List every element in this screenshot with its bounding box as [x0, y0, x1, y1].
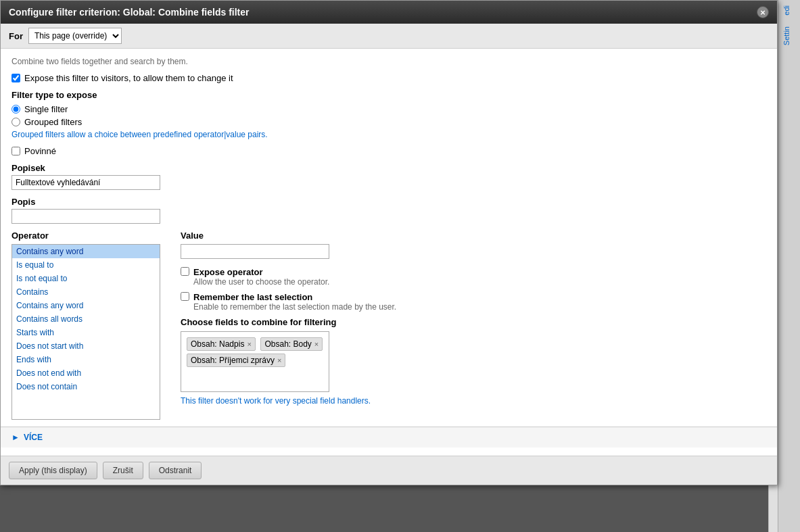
list-item[interactable]: Starts with	[12, 326, 160, 339]
list-item[interactable]: Contains all words	[12, 312, 160, 326]
sidebar-tab-edit[interactable]: edi	[778, 0, 795, 21]
operator-value-section: Operator Contains any word Is equal to I…	[11, 231, 766, 420]
expose-operator-row: Expose operator Allow the user to choose…	[181, 267, 766, 287]
grouped-filter-row: Grouped filters	[11, 117, 766, 127]
filter-type-title: Filter type to expose	[11, 90, 766, 100]
field-tag-prijemci-label: Obsah: Příjemci zprávy	[191, 356, 275, 365]
list-item[interactable]: Does not end with	[12, 366, 160, 380]
grouped-filter-label: Grouped filters	[24, 117, 82, 127]
vice-section: ► VÍCE	[1, 427, 777, 448]
vice-arrow-icon: ►	[11, 433, 20, 442]
grouped-filter-radio[interactable]	[11, 118, 20, 126]
field-tag-nadpis: Obsah: Nadpis ×	[187, 337, 256, 351]
for-select[interactable]: This page (override)	[28, 28, 122, 44]
sidebar-tab-settings[interactable]: Settin	[778, 21, 795, 51]
list-item[interactable]: Is not equal to	[12, 272, 160, 285]
for-label: For	[9, 31, 23, 41]
single-filter-label: Single filter	[24, 104, 68, 114]
remember-selection-desc: Enable to remember the last selection ma…	[193, 302, 396, 312]
expose-operator-text: Expose operator Allow the user to choose…	[193, 267, 329, 287]
list-item[interactable]: Is equal to	[12, 258, 160, 272]
popis-input[interactable]	[11, 209, 160, 224]
expose-checkbox-row: Expose this filter to visitors, to allow…	[11, 73, 766, 83]
list-item[interactable]: Does not contain	[12, 380, 160, 393]
modal-dialog: Configure filter criterion: Global: Comb…	[0, 0, 778, 485]
description-text: Combine two fields together and search b…	[11, 57, 766, 66]
single-filter-radio[interactable]	[11, 105, 20, 114]
choose-fields-section: Choose fields to combine for filtering O…	[181, 317, 766, 406]
expose-label: Expose this filter to visitors, to allow…	[24, 73, 233, 83]
expose-operator-checkbox[interactable]	[181, 267, 189, 276]
fields-note: This filter doesn't work for very specia…	[181, 396, 766, 406]
field-tag-body-remove[interactable]: ×	[314, 340, 319, 348]
remember-selection-text: Remember the last selection Enable to re…	[193, 292, 396, 312]
vice-label[interactable]: VÍCE	[24, 433, 43, 442]
popisek-input[interactable]	[11, 175, 160, 190]
required-checkbox-row: Povinné	[11, 146, 766, 156]
value-section: Value Expose operator Allow the user to …	[181, 231, 766, 406]
operator-label: Operator	[11, 231, 160, 241]
remove-button[interactable]: Odstranit	[149, 462, 202, 479]
apply-button[interactable]: Apply (this display)	[9, 462, 97, 479]
popisek-group: Popisek	[11, 163, 766, 190]
cancel-button[interactable]: Zrušit	[103, 462, 143, 479]
value-label: Value	[181, 231, 766, 241]
remember-selection-label: Remember the last selection	[193, 292, 396, 302]
operator-listbox[interactable]: Contains any word Is equal to Is not equ…	[11, 244, 160, 420]
modal-body: Combine two fields together and search b…	[1, 49, 777, 456]
field-tag-prijemci: Obsah: Příjemci zprávy ×	[187, 354, 285, 367]
popis-label: Popis	[11, 197, 766, 207]
field-tag-body: Obsah: Body ×	[260, 337, 323, 351]
field-tag-body-label: Obsah: Body	[264, 339, 311, 349]
grouped-note: Grouped filters allow a choice between p…	[11, 130, 766, 139]
modal-footer: Apply (this display) Zrušit Odstranit	[1, 456, 777, 485]
close-button[interactable]: ×	[757, 6, 769, 18]
modal-header: Configure filter criterion: Global: Comb…	[1, 1, 777, 24]
for-bar: For This page (override)	[1, 24, 777, 49]
list-item[interactable]: Contains any word	[12, 299, 160, 312]
field-tag-nadpis-remove[interactable]: ×	[247, 340, 251, 348]
fields-title: Choose fields to combine for filtering	[181, 317, 766, 327]
expose-operator-desc: Allow the user to choose the operator.	[193, 277, 329, 287]
popisek-label: Popisek	[11, 163, 766, 173]
popis-group: Popis	[11, 197, 766, 224]
value-input[interactable]	[181, 244, 329, 259]
field-tag-prijemci-remove[interactable]: ×	[277, 356, 281, 364]
expose-checkbox[interactable]	[11, 74, 20, 82]
list-item[interactable]: Contains any word	[12, 245, 160, 258]
expose-operator-label: Expose operator	[193, 267, 329, 277]
list-item[interactable]: Does not start with	[12, 339, 160, 353]
for-select-wrapper: This page (override)	[28, 28, 122, 44]
required-checkbox[interactable]	[11, 147, 20, 155]
right-sidebar: edi Settin	[778, 0, 800, 532]
remember-selection-row: Remember the last selection Enable to re…	[181, 292, 766, 312]
required-label: Povinné	[24, 146, 56, 156]
remember-selection-checkbox[interactable]	[181, 292, 189, 301]
fields-box: Obsah: Nadpis × Obsah: Body × Obsah: Pří…	[181, 331, 329, 392]
modal-overlay: edi Settin Configure filter criterion: G…	[0, 0, 800, 532]
list-item[interactable]: Ends with	[12, 353, 160, 366]
list-item[interactable]: Contains	[12, 285, 160, 299]
operator-section: Operator Contains any word Is equal to I…	[11, 231, 160, 420]
modal-title: Configure filter criterion: Global: Comb…	[9, 7, 249, 18]
single-filter-row: Single filter	[11, 104, 766, 114]
field-tag-nadpis-label: Obsah: Nadpis	[191, 339, 244, 349]
